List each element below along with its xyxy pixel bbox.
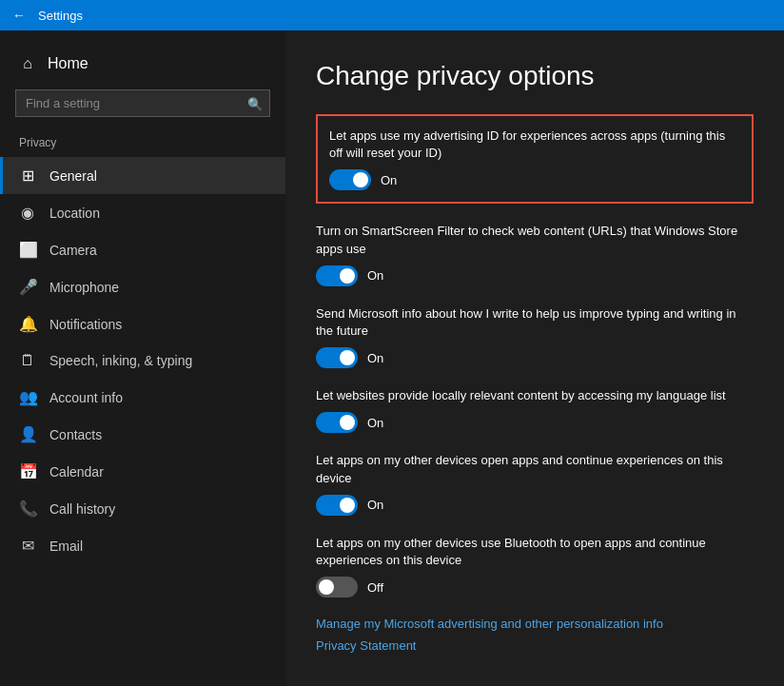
nav-label-calendar: Calendar [49,464,104,480]
toggle-label-bluetooth-experiences: Off [367,580,383,595]
nav-label-camera: Camera [49,243,97,258]
title-bar: ← Settings [0,0,784,30]
home-label: Home [48,55,88,72]
toggle-knob-language-list [340,415,355,430]
sidebar-item-call-history[interactable]: 📞 Call history [0,490,285,527]
links-section: Manage my Microsoft advertising and othe… [316,617,754,653]
toggle-label-smartscreen: On [367,268,383,283]
location-icon: ◉ [19,204,36,222]
toggle-label-language-list: On [367,416,383,430]
setting-language-list: Let websites provide locally relevant co… [316,387,754,433]
setting-text-smartscreen: Turn on SmartScreen Filter to check web … [316,223,754,257]
setting-smartscreen: Turn on SmartScreen Filter to check web … [316,223,754,285]
calendar-icon: 📅 [19,462,36,480]
search-input[interactable] [15,89,270,117]
toggle-row-language-list: On [316,412,754,433]
toggle-label-typing-info: On [367,351,383,365]
camera-icon: ⬜ [19,241,36,259]
toggle-knob-typing-info [340,350,355,365]
setting-other-devices-apps: Let apps on my other devices open apps a… [316,452,754,515]
sidebar-item-contacts[interactable]: 👤 Contacts [0,416,285,453]
toggle-row-other-devices-apps: On [316,495,754,516]
sidebar-item-microphone[interactable]: 🎤 Microphone [0,268,285,305]
sidebar-item-notifications[interactable]: 🔔 Notifications [0,305,285,343]
general-icon: ⊞ [19,167,36,185]
toggle-other-devices-apps[interactable] [316,495,358,516]
toggle-label-advertising-id: On [381,173,397,187]
sidebar: ⌂ Home 🔍 Privacy ⊞ General ◉ Location ⬜ … [0,30,285,686]
title-bar-title: Settings [38,9,83,23]
sidebar-item-speech[interactable]: 🗒 Speech, inking, & typing [0,343,285,379]
sidebar-item-email[interactable]: ✉ Email [0,527,285,564]
microphone-icon: 🎤 [19,278,36,296]
sidebar-item-home[interactable]: ⌂ Home [0,46,285,82]
nav-label-microphone: Microphone [49,280,119,295]
toggle-label-other-devices-apps: On [367,498,383,512]
content-area: Change privacy options Let apps use my a… [285,30,784,686]
toggle-language-list[interactable] [316,412,358,433]
back-button[interactable]: ← [8,4,30,27]
privacy-statement-link[interactable]: Privacy Statement [316,638,754,653]
call-history-icon: 📞 [19,500,36,518]
nav-label-general: General [49,168,97,184]
sidebar-item-location[interactable]: ◉ Location [0,194,285,231]
speech-icon: 🗒 [19,352,36,369]
setting-typing-info: Send Microsoft info about how I write to… [316,305,754,368]
toggle-knob-bluetooth-experiences [319,579,334,595]
nav-label-location: Location [49,206,100,221]
toggle-row-typing-info: On [316,347,754,368]
toggle-bluetooth-experiences[interactable] [316,577,358,598]
setting-text-advertising-id: Let apps use my advertising ID for exper… [329,127,740,162]
notifications-icon: 🔔 [19,315,36,333]
app-container: ⌂ Home 🔍 Privacy ⊞ General ◉ Location ⬜ … [0,30,784,686]
toggle-row-advertising-id: On [329,169,740,190]
sidebar-item-calendar[interactable]: 📅 Calendar [0,453,285,490]
search-icon: 🔍 [247,96,263,110]
contacts-icon: 👤 [19,425,36,443]
setting-text-typing-info: Send Microsoft info about how I write to… [316,305,754,340]
account-icon: 👥 [19,388,36,406]
sidebar-item-camera[interactable]: ⬜ Camera [0,231,285,268]
toggle-typing-info[interactable] [316,347,358,368]
setting-text-other-devices-apps: Let apps on my other devices open apps a… [316,452,754,486]
email-icon: ✉ [19,537,36,555]
nav-label-notifications: Notifications [49,317,122,332]
sidebar-item-account-info[interactable]: 👥 Account info [0,379,285,416]
page-title: Change privacy options [316,61,754,91]
manage-advertising-link[interactable]: Manage my Microsoft advertising and othe… [316,617,754,631]
setting-text-language-list: Let websites provide locally relevant co… [316,387,754,404]
setting-text-bluetooth-experiences: Let apps on my other devices use Bluetoo… [316,535,754,569]
toggle-knob-other-devices-apps [340,498,355,513]
nav-label-email: Email [49,539,83,554]
setting-advertising-id: Let apps use my advertising ID for exper… [316,114,754,204]
sidebar-item-general[interactable]: ⊞ General [0,157,285,194]
toggle-row-bluetooth-experiences: Off [316,577,754,598]
toggle-advertising-id[interactable] [329,169,371,190]
toggle-smartscreen[interactable] [316,265,358,286]
search-box: 🔍 [15,89,270,117]
home-icon: ⌂ [19,55,36,72]
section-label: Privacy [0,132,285,157]
toggle-knob-smartscreen [340,268,355,284]
nav-label-contacts: Contacts [49,427,102,442]
nav-label-speech: Speech, inking, & typing [49,353,192,368]
setting-bluetooth-experiences: Let apps on my other devices use Bluetoo… [316,535,754,598]
nav-label-call-history: Call history [49,501,115,517]
toggle-knob-advertising-id [353,172,368,187]
toggle-row-smartscreen: On [316,265,754,286]
nav-label-account: Account info [49,390,123,405]
